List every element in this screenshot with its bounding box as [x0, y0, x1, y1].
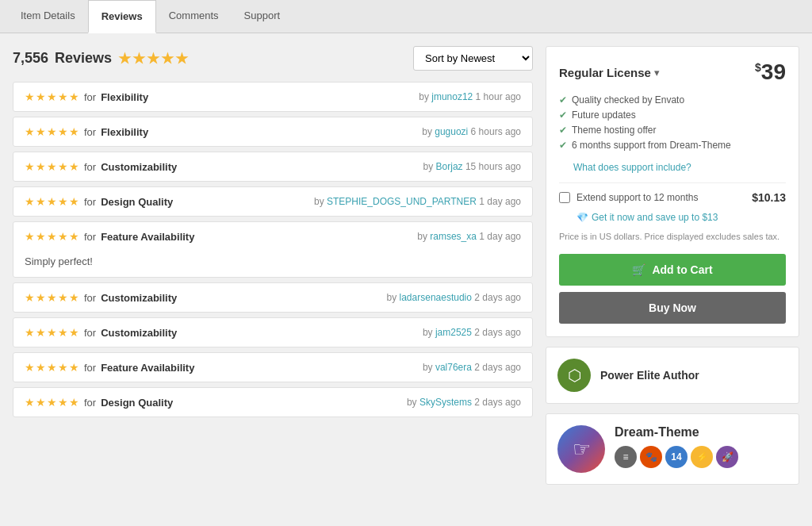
review-star: ★	[47, 195, 57, 208]
review-stars: ★★★★★	[25, 291, 79, 304]
review-time: 1 day ago	[479, 196, 521, 207]
review-author[interactable]: ladarsenaestudio	[400, 292, 472, 303]
check-icon-3: ✔	[559, 125, 567, 136]
extend-checkbox[interactable]	[559, 192, 570, 203]
by-label: by	[314, 196, 327, 207]
review-star: ★	[47, 326, 57, 339]
tab-item-comments[interactable]: Comments	[156, 0, 232, 33]
review-right: by jam2525 2 days ago	[423, 327, 521, 338]
review-stars: ★★★★★	[25, 361, 79, 374]
review-star: ★	[36, 230, 46, 243]
review-left: ★★★★★ for Customizability	[25, 160, 177, 173]
tab-item-reviews[interactable]: Reviews	[88, 0, 156, 33]
review-category: Design Quality	[101, 397, 173, 409]
license-card: Regular License ▾ $39 ✔ Quality checked …	[546, 46, 799, 337]
diamond-icon: 💎	[576, 212, 588, 223]
review-star: ★	[47, 361, 57, 374]
review-left: ★★★★★ for Flexibility	[25, 125, 148, 138]
price-symbol: $	[755, 61, 761, 74]
license-features: ✔ Quality checked by Envato ✔ Future upd…	[559, 94, 786, 151]
review-author[interactable]: guguozi	[435, 126, 468, 137]
star-5: ★	[175, 50, 188, 67]
review-star: ★	[69, 160, 79, 173]
by-label: by	[423, 161, 436, 172]
review-for: for	[84, 362, 96, 374]
review-row: ★★★★★ for Customizability by ladarsenaes…	[13, 282, 533, 313]
review-star: ★	[36, 125, 46, 138]
review-star: ★	[25, 326, 35, 339]
review-for: for	[84, 196, 96, 208]
license-title: Regular License	[559, 66, 651, 79]
review-author[interactable]: jmunoz12	[431, 91, 473, 102]
review-star: ★	[36, 396, 46, 409]
author-badge-icon: ⬡	[568, 366, 581, 385]
review-star: ★	[69, 195, 79, 208]
star-2: ★	[132, 50, 145, 67]
review-star: ★	[25, 230, 35, 243]
feature-3: ✔ Theme hosting offer	[559, 125, 786, 136]
add-to-cart-button[interactable]: 🛒 Add to Cart	[559, 254, 786, 286]
check-icon-4: ✔	[559, 140, 567, 151]
cart-icon: 🛒	[632, 263, 645, 276]
tab-item-details[interactable]: Item Details	[8, 0, 88, 33]
review-author[interactable]: STEPHIE_DOGS_UND_PARTNER	[327, 196, 477, 207]
review-star: ★	[36, 195, 46, 208]
review-for: for	[84, 91, 96, 103]
review-right: by SkySystems 2 days ago	[407, 397, 521, 408]
feature-4: ✔ 6 months support from Dream-Theme	[559, 140, 786, 151]
review-star: ★	[69, 291, 79, 304]
review-row: ★★★★★ for Design Quality by STEPHIE_DOGS…	[13, 186, 533, 217]
tab-item-support[interactable]: Support	[232, 0, 293, 33]
license-dropdown-icon[interactable]: ▾	[654, 67, 660, 79]
review-right: by Borjaz 15 hours ago	[423, 161, 521, 172]
review-for: for	[84, 231, 96, 243]
review-star: ★	[69, 326, 79, 339]
feature-2: ✔ Future updates	[559, 109, 786, 121]
review-star: ★	[25, 90, 35, 103]
review-author[interactable]: SkySystems	[419, 397, 472, 408]
extend-support-row: Extend support to 12 months $10.13	[559, 182, 786, 204]
review-author[interactable]: val76era	[435, 362, 472, 373]
review-row: ★★★★★ for Customizability by jam2525 2 d…	[13, 317, 533, 347]
extend-save-link[interactable]: 💎 Get it now and save up to $13	[576, 212, 786, 223]
review-category: Customizability	[101, 161, 177, 173]
review-star: ★	[25, 125, 35, 138]
review-star: ★	[69, 230, 79, 243]
sort-select[interactable]: Sort by Newest Sort by Oldest Sort by Ra…	[413, 46, 533, 71]
buy-now-button[interactable]: Buy Now	[559, 292, 786, 324]
review-star: ★	[58, 195, 68, 208]
check-icon-1: ✔	[559, 94, 567, 106]
review-star: ★	[36, 160, 46, 173]
dream-info: Dream-Theme ≡ 🐾 14 ⚡ 🚀	[615, 425, 787, 473]
by-label: by	[422, 126, 435, 137]
support-link[interactable]: What does support include?	[573, 162, 786, 173]
reviews-count: 7,556	[13, 50, 48, 67]
review-right: by val76era 2 days ago	[423, 362, 521, 373]
review-category: Flexibility	[101, 126, 148, 138]
review-right: by ladarsenaestudio 2 days ago	[387, 292, 521, 303]
review-star: ★	[58, 326, 68, 339]
review-time: 2 days ago	[474, 362, 521, 373]
review-author[interactable]: ramses_xa	[430, 231, 477, 242]
by-label: by	[417, 231, 430, 242]
review-right: by guguozi 6 hours ago	[422, 126, 521, 137]
review-author[interactable]: jam2525	[435, 327, 472, 338]
review-star: ★	[47, 160, 57, 173]
by-label: by	[423, 362, 435, 373]
dream-badges: ≡ 🐾 14 ⚡ 🚀	[615, 446, 787, 468]
review-author[interactable]: Borjaz	[436, 161, 463, 172]
review-star: ★	[36, 90, 46, 103]
badge-5: 🚀	[716, 446, 738, 468]
review-right: by STEPHIE_DOGS_UND_PARTNER 1 day ago	[314, 196, 521, 207]
review-left: ★★★★★ for Customizability	[25, 291, 177, 304]
review-star: ★	[69, 361, 79, 374]
review-category: Feature Availability	[101, 231, 194, 243]
review-star: ★	[69, 396, 79, 409]
review-for: for	[84, 292, 96, 304]
review-star: ★	[47, 291, 57, 304]
review-star: ★	[36, 361, 46, 374]
review-right: by jmunoz12 1 hour ago	[419, 91, 521, 102]
review-row: ★★★★★ for Flexibility by jmunoz12 1 hour…	[13, 82, 533, 112]
author-name: Power Elite Author	[600, 369, 699, 382]
review-stars: ★★★★★	[25, 160, 79, 173]
